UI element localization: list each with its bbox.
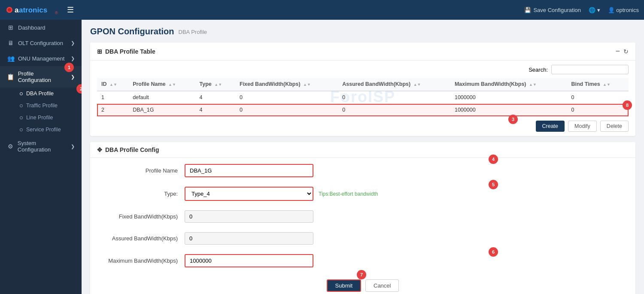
step-badge-5: 5 (489, 180, 498, 189)
profile-name-input[interactable] (185, 164, 313, 177)
chevron-down-icon: ❯ (71, 74, 75, 80)
profile-icon: 📋 (7, 73, 15, 80)
create-button[interactable]: Create (536, 121, 565, 132)
delete-button[interactable]: Delete (600, 121, 629, 132)
col-fixed-bw: Fixed BandWidth(Kbps) ▲▼ (235, 78, 338, 91)
hamburger-menu[interactable]: ☰ (67, 5, 74, 15)
svg-text:atronics: atronics (19, 6, 47, 14)
assured-bw-input[interactable] (185, 232, 313, 245)
minimize-button[interactable]: − (615, 47, 620, 56)
form-card: ✥ DBA Profile Config Profile Name 4 Type… (90, 142, 635, 294)
table-row[interactable]: 1 default 4 0 0 1000000 0 (97, 91, 629, 104)
col-profile-name: Profile Name ▲▼ (128, 78, 195, 91)
table-search-bar: Search: (97, 65, 629, 74)
logo: a atronics ® (5, 3, 61, 17)
fixed-bw-label: Fixed BandWidth(Kbps) (99, 213, 185, 220)
modify-button[interactable]: Modify (568, 121, 597, 132)
table-row[interactable]: 2 DBA_1G 4 0 0 1000000 08 (97, 104, 629, 116)
step-badge-3: 3 (508, 115, 518, 124)
olt-icon: 🖥 (7, 39, 15, 46)
dba-profile-table: ID ▲▼ Profile Name ▲▼ Type ▲▼ Fixed Band… (97, 78, 629, 116)
user-icon: 👤 (608, 7, 615, 13)
max-bw-label: Maximum BandWidth(Kbps) (99, 258, 185, 264)
sidebar-sub-profile: DBA Profile 2 Traffic Profile Line Profi… (0, 88, 82, 136)
dot-icon (20, 92, 23, 95)
step-badge-4: 4 (489, 155, 498, 164)
sidebar-item-system-config[interactable]: ⚙ System Configuration ❯ (0, 136, 82, 157)
type-row: Type: 5 Type_1Type_2Type_3Type_4Type_5 T… (90, 183, 635, 201)
page-title: GPON Configuration (90, 27, 174, 36)
refresh-button[interactable]: ↻ (623, 48, 629, 55)
sidebar-sub-item-service-profile[interactable]: Service Profile (15, 124, 82, 136)
table-actions: 3 Create Modify Delete (97, 121, 629, 132)
chevron-right-icon: ❯ (71, 40, 75, 46)
sidebar-item-profile-config[interactable]: 📋 Profile Configuration ❯ 1 (0, 66, 82, 88)
col-type: Type ▲▼ (195, 78, 235, 91)
cancel-button[interactable]: Cancel (365, 279, 399, 292)
step-badge-7: 7 (357, 270, 366, 279)
type-label: Type: (99, 191, 185, 197)
sidebar-sub-item-dba-profile[interactable]: DBA Profile 2 (15, 88, 82, 100)
table-header-actions: − ↻ (615, 47, 629, 56)
form-actions: 7 Submit Cancel (90, 273, 635, 294)
table-title-area: ⊞ DBA Profile Table (97, 48, 155, 55)
form-card-header: ✥ DBA Profile Config (90, 142, 635, 158)
sidebar: ⊞ Dashboard 🖥 OLT Configuration ❯ 👥 ONU … (0, 20, 82, 294)
dashboard-icon: ⊞ (7, 24, 15, 31)
col-max-bw: Maximum BandWidth(Kbps) ▲▼ (450, 78, 567, 91)
assured-bw-label: Assured BandWidth(Kbps) (99, 235, 185, 242)
profile-name-label: Profile Name (99, 167, 185, 174)
search-label: Search: (529, 67, 548, 73)
page-header: GPON Configuration DBA Profile (90, 27, 635, 36)
table-card: ⊞ DBA Profile Table − ↻ Search: ForoISP (90, 42, 635, 136)
dot-icon4 (20, 128, 23, 131)
max-bw-input[interactable] (185, 254, 313, 267)
form-body: Profile Name 4 Type: 5 Type_1Type_2Type_… (90, 158, 635, 294)
page-subtitle: DBA Profile (179, 29, 207, 35)
type-select[interactable]: Type_1Type_2Type_3Type_4Type_5 (185, 187, 313, 201)
svg-text:a: a (15, 6, 19, 14)
fixed-bw-row: Fixed BandWidth(Kbps) (90, 207, 635, 223)
col-id: ID ▲▼ (97, 78, 128, 91)
step-badge-2: 2 (76, 84, 82, 94)
form-icon: ✥ (97, 146, 102, 153)
assured-bw-row: Assured BandWidth(Kbps) (90, 229, 635, 245)
svg-text:®: ® (55, 11, 58, 15)
save-icon: 💾 (524, 7, 531, 13)
col-assured-bw: Assured BandWidth(Kbps) ▲▼ (338, 78, 450, 91)
type-tip: Tips:Best-effort bandwidth (319, 191, 378, 197)
table-title: DBA Profile Table (105, 48, 155, 55)
form-title: DBA Profile Config (105, 146, 159, 153)
step-badge-1: 1 (64, 63, 74, 72)
chevron-right-icon3: ❯ (71, 144, 75, 149)
sidebar-item-dashboard[interactable]: ⊞ Dashboard (0, 20, 82, 35)
top-navigation: a atronics ® ☰ 💾 Save Configuration 🌐 ▾ … (0, 0, 644, 20)
fixed-bw-input[interactable] (185, 210, 313, 223)
sidebar-sub-item-line-profile[interactable]: Line Profile (15, 112, 82, 124)
profile-name-row: Profile Name 4 (90, 158, 635, 177)
table-card-body: Search: ForoISP ID ▲▼ Profile Name ▲▼ Ty… (90, 61, 635, 136)
form-title-area: ✥ DBA Profile Config (97, 146, 159, 153)
table-icon: ⊞ (97, 48, 102, 55)
sidebar-sub-item-traffic-profile[interactable]: Traffic Profile (15, 100, 82, 112)
table-wrapper: ForoISP ID ▲▼ Profile Name ▲▼ Type ▲▼ Fi… (97, 78, 629, 116)
user-menu[interactable]: 👤 optronics (608, 7, 639, 13)
save-config-button[interactable]: 💾 Save Configuration (524, 7, 581, 13)
sidebar-item-olt-config[interactable]: 🖥 OLT Configuration ❯ (0, 35, 82, 51)
table-card-header: ⊞ DBA Profile Table − ↻ (90, 42, 635, 61)
svg-point-1 (8, 8, 11, 12)
nav-right: 💾 Save Configuration 🌐 ▾ 👤 optronics (524, 7, 639, 13)
step-badge-6: 6 (489, 247, 498, 257)
step-badge-8: 8 (623, 100, 632, 110)
main-content: GPON Configuration DBA Profile ⊞ DBA Pro… (82, 20, 644, 294)
submit-button[interactable]: Submit (327, 279, 361, 292)
max-bw-row: Maximum BandWidth(Kbps) 6 (90, 251, 635, 267)
col-bind-times: Bind Times ▲▼ (567, 78, 629, 91)
globe-icon[interactable]: 🌐 ▾ (589, 7, 600, 13)
dot-icon2 (20, 104, 23, 107)
dot-icon3 (20, 116, 23, 119)
search-input[interactable] (551, 65, 629, 74)
system-icon: ⚙ (7, 143, 14, 150)
main-layout: ⊞ Dashboard 🖥 OLT Configuration ❯ 👥 ONU … (0, 20, 644, 294)
chevron-right-icon2: ❯ (71, 56, 75, 61)
